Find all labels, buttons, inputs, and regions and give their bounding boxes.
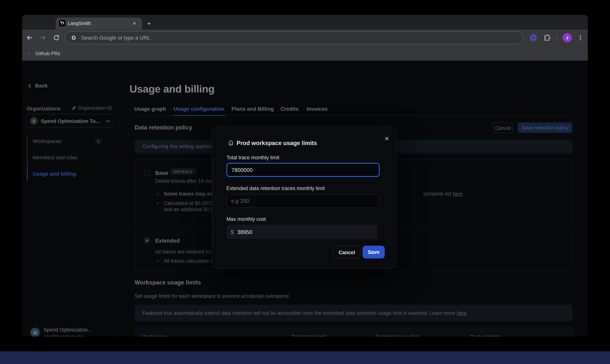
new-tab-button[interactable]: +	[147, 17, 151, 29]
browser-menu-icon[interactable]	[576, 33, 585, 42]
extension-starburst-icon[interactable]	[529, 33, 538, 42]
data-retention-heading: Data retention policy	[135, 124, 192, 130]
desktop-bottom-strip	[0, 351, 610, 364]
workspace-limits-banner: Features that automatically extend data …	[135, 305, 572, 321]
sidebar-item-usage-billing[interactable]: Usage and billing	[33, 171, 76, 177]
account-avatar[interactable]	[30, 328, 40, 337]
tab-usage-graph[interactable]: Usage graph	[134, 106, 166, 112]
tab-invoices[interactable]: Invoices	[307, 106, 327, 112]
chevron-left-icon	[27, 83, 32, 88]
org-name: Spend Optimization Tu...	[41, 114, 100, 128]
back-icon[interactable]	[25, 33, 34, 42]
bookmarks-bar: Github PRs	[22, 46, 588, 61]
extended-radio[interactable]	[144, 237, 150, 244]
check-icon: ✓	[156, 191, 160, 197]
account-email: jake@langchain.dev	[44, 334, 84, 337]
learn-more-here-link[interactable]: here	[457, 310, 467, 316]
base-check1-tail: complete list here	[423, 191, 463, 197]
url-bar[interactable]: G Search Google or type a URL	[65, 31, 523, 44]
base-option-name: Base	[155, 170, 168, 176]
total-trace-limit-input[interactable]	[227, 163, 380, 177]
modal-save-button[interactable]: Save	[363, 246, 385, 258]
org-avatar: S	[30, 117, 38, 125]
extended-retention-limit-input[interactable]	[227, 194, 380, 208]
banner-text: Features that automatically extend data …	[142, 310, 457, 316]
google-g-icon: G	[71, 35, 76, 41]
base-check2-line2: and an additional $0.0	[164, 206, 214, 212]
back-label: Back	[35, 83, 48, 89]
col-cost-estimate: Cost estimate	[470, 334, 501, 337]
base-check2-line1: Calculated at $0.0005	[164, 200, 213, 206]
base-desc: Delete traces after 14 day	[155, 178, 213, 184]
github-icon	[25, 50, 32, 57]
workspace-icon	[228, 140, 234, 146]
sidebar-section-divider	[22, 97, 118, 98]
complete-list-here-link[interactable]: here	[453, 191, 463, 197]
check-icon: ✓	[156, 201, 160, 206]
col-extended-trace-limit: Extended trace limit	[375, 334, 420, 337]
menu-rail-active	[27, 167, 27, 181]
active-tab-underline	[174, 115, 225, 116]
usage-limits-modal: Prod workspace usage limits ✕ Total trac…	[212, 126, 396, 269]
org-selector[interactable]: S Spend Optimization Tu...	[26, 114, 114, 128]
workspaces-count-badge: 3	[95, 138, 101, 145]
base-check1: Some traces may auto	[164, 191, 217, 197]
langsmith-favicon-icon	[59, 20, 65, 26]
forward-icon[interactable]	[38, 33, 48, 42]
default-badge: DEFAULT	[170, 168, 196, 175]
extensions-puzzle-icon[interactable]	[542, 33, 552, 42]
base-radio[interactable]	[144, 170, 150, 176]
tail-text: complete list	[423, 191, 453, 197]
browser-tab-strip: LangSmith ✕ +	[22, 15, 588, 30]
organization-id-link[interactable]: Organization ID	[71, 105, 112, 111]
modal-cancel-button[interactable]: Cancel	[333, 246, 360, 258]
max-monthly-cost-input[interactable]: $ 38950	[227, 225, 378, 239]
tab-close-icon[interactable]: ✕	[133, 17, 136, 29]
profile-avatar[interactable]: J	[562, 33, 572, 42]
tab-title: LangSmith	[68, 17, 91, 29]
back-button[interactable]: Back	[27, 83, 48, 89]
extended-check1: All traces calculated a	[164, 258, 213, 264]
modal-title: Prod workspace usage limits	[236, 140, 317, 146]
url-placeholder: Search Google or type a URL	[81, 35, 150, 40]
chevron-down-icon	[106, 119, 110, 124]
tab-credits[interactable]: Credits	[281, 106, 298, 112]
workspace-limits-heading: Workspace usage limits	[135, 279, 201, 286]
link-icon	[71, 106, 76, 110]
sidebar-divider	[118, 61, 118, 337]
tab-plans-billing[interactable]: Plans and Billing	[231, 106, 274, 112]
modal-close-icon[interactable]: ✕	[384, 135, 389, 142]
account-name: Spend Optimization...	[44, 327, 92, 333]
max-monthly-cost-label: Max monthly cost	[227, 216, 266, 222]
dollar-prefix: $	[231, 229, 234, 235]
desktop: LangSmith ✕ + G Search Google or type a …	[0, 0, 610, 364]
max-monthly-cost-value: 38950	[237, 229, 252, 235]
col-total-trace-limit: Total trace limit	[292, 334, 326, 337]
sidebar-item-workspaces[interactable]: Workspaces	[33, 138, 61, 144]
organization-id-label: Organization ID	[78, 105, 112, 111]
page-title: Usage and billing	[130, 83, 215, 95]
reload-icon[interactable]	[52, 33, 61, 42]
extended-desc: All traces are retained for	[155, 249, 212, 255]
toolbar-separator	[557, 34, 557, 41]
organizations-label: Organizations	[27, 106, 61, 111]
check-icon: ✓	[156, 259, 160, 264]
extended-option-name: Extended	[155, 237, 180, 244]
total-trace-limit-label: Total trace monthly limit	[227, 155, 279, 160]
bookmark-github-prs[interactable]: Github PRs	[36, 51, 60, 56]
extended-retention-limit-label: Extended data retention traces monthly l…	[227, 185, 325, 191]
workspace-limits-table: Workspace Total trace limit Extended tra…	[135, 326, 572, 337]
tab-usage-configuration[interactable]: Usage configuration	[174, 106, 224, 112]
workspace-limits-subtext: Set usage limits for each workspace to p…	[135, 293, 290, 299]
col-workspace: Workspace	[142, 334, 167, 337]
retention-cancel-button[interactable]: Cancel	[493, 123, 513, 133]
browser-tab[interactable]: LangSmith ✕	[55, 17, 142, 29]
menu-rail	[27, 136, 27, 167]
people-icon	[32, 330, 38, 335]
save-retention-policy-button[interactable]: Save retention policy	[518, 123, 572, 133]
sidebar-item-members[interactable]: Members and roles	[33, 155, 78, 160]
